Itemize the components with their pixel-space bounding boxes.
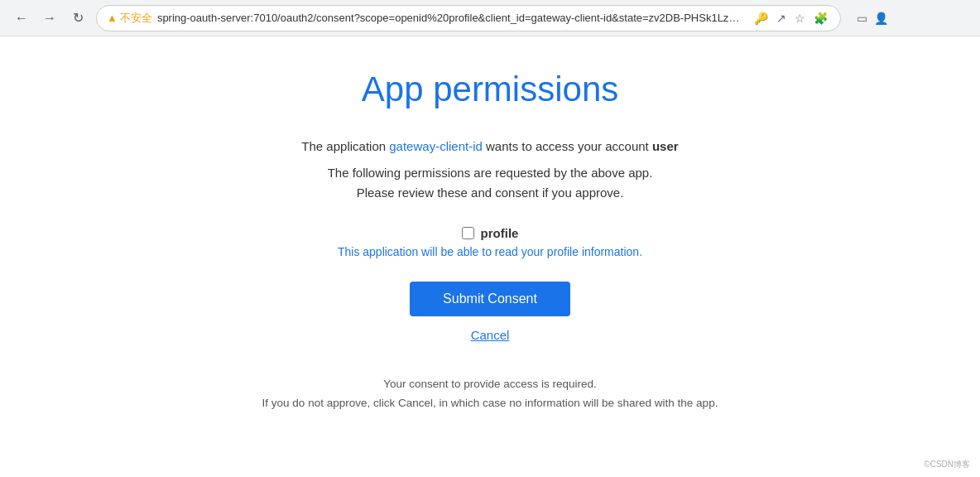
forward-button[interactable]: → xyxy=(38,7,61,30)
permissions-section: profile This application will be able to… xyxy=(338,226,642,258)
key-icon[interactable]: 🔑 xyxy=(752,10,771,26)
profile-icon[interactable]: 👤 xyxy=(872,10,891,26)
browser-chrome: ← → ↻ ▲ 不安全 spring-oauth-server:7010/oau… xyxy=(0,0,980,36)
sidebar-toggle-icon[interactable]: ▭ xyxy=(854,10,870,26)
browser-right-icons: ▭ 👤 xyxy=(854,10,891,26)
description-line1: The application gateway-client-id wants … xyxy=(301,139,678,153)
footer-line2: If you do not approve, click Cancel, in … xyxy=(262,394,718,413)
url-text: spring-oauth-server:7010/oauth2/consent?… xyxy=(157,12,747,24)
reload-button[interactable]: ↻ xyxy=(66,7,89,30)
actions-section: Submit Consent Cancel xyxy=(410,282,570,342)
description-line2a: The following permissions are requested … xyxy=(301,163,678,183)
app-name: gateway-client-id xyxy=(389,139,483,153)
description-section: The application gateway-client-id wants … xyxy=(301,139,678,203)
username: user xyxy=(652,139,679,153)
warning-icon: ▲ xyxy=(107,12,118,24)
desc-suffix: wants to access your account xyxy=(483,139,652,153)
permission-description: This application will be able to read yo… xyxy=(338,245,642,258)
share-icon[interactable]: ↗ xyxy=(774,10,789,26)
bookmark-icon[interactable]: ☆ xyxy=(792,10,808,26)
permission-item-profile: profile xyxy=(462,226,519,240)
permission-label: profile xyxy=(481,226,519,240)
security-warning: ▲ 不安全 xyxy=(107,11,152,26)
description-line2b: Please review these and consent if you a… xyxy=(301,183,678,203)
submit-consent-button[interactable]: Submit Consent xyxy=(410,282,570,316)
address-bar[interactable]: ▲ 不安全 spring-oauth-server:7010/oauth2/co… xyxy=(96,5,841,31)
address-bar-icons: 🔑 ↗ ☆ 🧩 xyxy=(752,10,830,26)
desc-prefix: The application xyxy=(301,139,389,153)
back-button[interactable]: ← xyxy=(10,7,33,30)
profile-checkbox[interactable] xyxy=(462,227,474,239)
footer-line1: Your consent to provide access is requir… xyxy=(262,375,718,394)
footer-notice: Your consent to provide access is requir… xyxy=(262,375,718,413)
extensions-icon[interactable]: 🧩 xyxy=(811,10,830,26)
cancel-link[interactable]: Cancel xyxy=(471,328,510,342)
page-title: App permissions xyxy=(362,70,618,109)
nav-icons: ← → ↻ xyxy=(10,7,89,30)
page-content: App permissions The application gateway-… xyxy=(0,36,980,446)
